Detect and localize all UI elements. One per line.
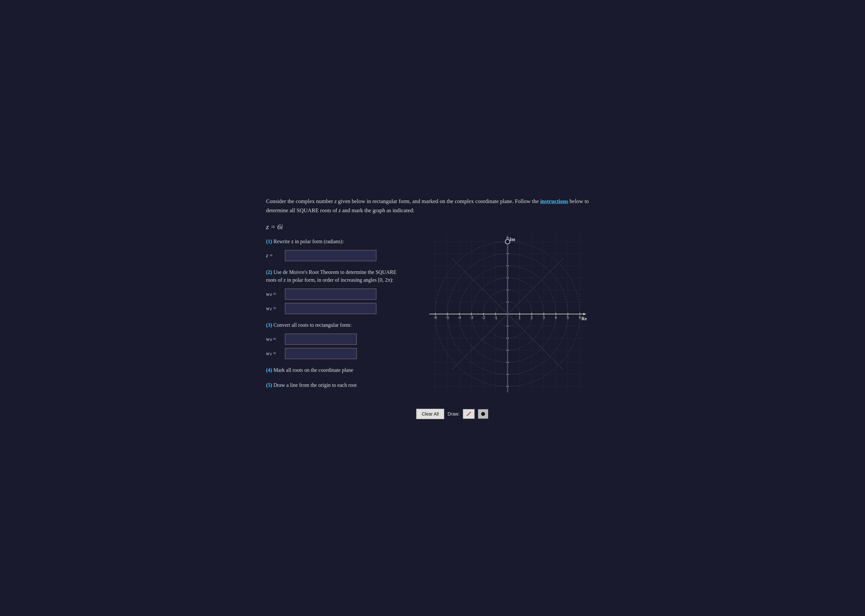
step1-number: (1) (266, 239, 272, 244)
step3-text: Convert all roots to rectangular form: (273, 322, 352, 328)
graph-bottom-bar: Clear All Draw: (416, 409, 599, 419)
step4-text: Mark all roots on the coordinate plane (273, 367, 353, 373)
step2-text: Use de Moivre's Root Theorem to determin… (266, 269, 396, 283)
svg-line-0 (467, 412, 471, 416)
step4-block: (4) Mark all roots on the coordinate pla… (266, 366, 403, 374)
step2-block: (2) Use de Moivre's Root Theorem to dete… (266, 268, 403, 314)
step3-w1-label: w₁ = (266, 350, 283, 357)
step3-number: (3) (266, 322, 272, 328)
complex-plane-canvas[interactable] (416, 223, 599, 405)
step2-w1-input[interactable] (285, 303, 376, 314)
step5-text: Draw a line from the origin to each root (273, 382, 357, 388)
step2-w1-row: w₁ = (266, 303, 403, 314)
step2-heading: (2) Use de Moivre's Root Theorem to dete… (266, 268, 403, 284)
step1-input-row: z = (266, 250, 403, 261)
step2-w0-row: w₀ = (266, 289, 403, 300)
step4-number: (4) (266, 367, 272, 373)
step1-text: Rewrite z in polar form (radians): (273, 239, 344, 244)
dot-tool-icon (481, 412, 485, 416)
step3-block: (3) Convert all roots to rectangular for… (266, 321, 403, 359)
step2-w0-label: w₀ = (266, 291, 283, 297)
step2-w1-label: w₁ = (266, 305, 283, 311)
right-panel: Clear All Draw: (416, 223, 599, 419)
clear-all-button[interactable]: Clear All (416, 409, 444, 419)
given-equation: z = 6i (266, 223, 403, 231)
step2-number: (2) (266, 269, 272, 275)
step5-number: (5) (266, 382, 272, 388)
step3-w0-row: w₀ = (266, 334, 403, 345)
main-container: Consider the complex number z given belo… (253, 187, 612, 429)
line-tool-button[interactable] (463, 409, 475, 419)
step4-heading: (4) Mark all roots on the coordinate pla… (266, 366, 403, 374)
step1-heading: (1) Rewrite z in polar form (radians): (266, 238, 403, 245)
instructions-link[interactable]: instructions (540, 198, 568, 204)
left-panel: z = 6i (1) Rewrite z in polar form (radi… (266, 223, 403, 396)
step3-w1-input[interactable] (285, 348, 357, 359)
step3-heading: (3) Convert all roots to rectangular for… (266, 321, 403, 329)
content-row: z = 6i (1) Rewrite z in polar form (radi… (266, 223, 599, 419)
step1-input-label: z = (266, 253, 283, 259)
step5-block: (5) Draw a line from the origin to each … (266, 381, 403, 389)
step1-block: (1) Rewrite z in polar form (radians): z… (266, 238, 403, 261)
draw-label: Draw: (447, 411, 460, 416)
problem-statement: Consider the complex number z given belo… (266, 197, 599, 214)
step1-answer-input[interactable] (285, 250, 376, 261)
step2-w0-input[interactable] (285, 289, 376, 300)
dot-tool-button[interactable] (478, 409, 488, 419)
step3-w1-row: w₁ = (266, 348, 403, 359)
graph-container: Clear All Draw: (416, 223, 599, 419)
step3-w0-input[interactable] (285, 334, 357, 345)
step3-w0-label: w₀ = (266, 336, 283, 342)
line-tool-icon (466, 411, 472, 417)
step5-heading: (5) Draw a line from the origin to each … (266, 381, 403, 389)
